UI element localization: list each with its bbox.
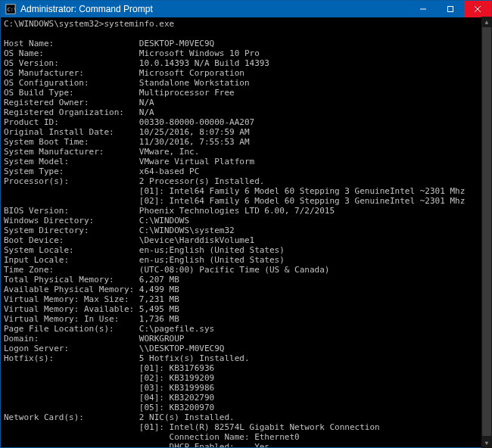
- terminal-line: Windows Directory: C:\WINDOWS: [4, 216, 488, 226]
- terminal-line: Input Locale: en-us;English (United Stat…: [4, 255, 488, 265]
- terminal-line: C:\WINDOWS\system32>systeminfo.exe: [4, 19, 488, 29]
- terminal-line: [05]: KB3200970: [4, 403, 488, 412]
- terminal-line: Virtual Memory: Max Size: 7,231 MB: [4, 294, 488, 304]
- terminal-line: Connection Name: Ethernet0: [4, 432, 488, 442]
- terminal-line: Registered Owner: N/A: [4, 98, 488, 107]
- terminal-line: Network Card(s): 2 NIC(s) Installed.: [4, 412, 488, 422]
- terminal-line: Virtual Memory: In Use: 1,736 MB: [4, 314, 488, 324]
- terminal-line: Boot Device: \Device\HarddiskVolume1: [4, 235, 488, 245]
- terminal-line: System Locale: en-us;English (United Sta…: [4, 245, 488, 255]
- terminal-line: [04]: KB3202790: [4, 393, 488, 403]
- terminal-line: OS Configuration: Standalone Workstation: [4, 78, 488, 88]
- terminal-line: Time Zone: (UTC-08:00) Pacific Time (US …: [4, 265, 488, 275]
- vertical-scrollbar[interactable]: ▲ ▼: [481, 17, 492, 448]
- terminal-line: Registered Organization: N/A: [4, 107, 488, 117]
- scrollbar-thumb[interactable]: [482, 27, 491, 436]
- terminal-line: DHCP Enabled: Yes: [4, 442, 488, 447]
- terminal-line: Domain: WORKGROUP: [4, 334, 488, 344]
- terminal-line: [03]: KB3199986: [4, 383, 488, 393]
- terminal-line: BIOS Version: Phoenix Technologies LTD 6…: [4, 206, 488, 216]
- minimize-button[interactable]: [409, 1, 437, 17]
- svg-rect-3: [448, 7, 453, 12]
- scroll-down-arrow-icon[interactable]: ▼: [481, 437, 492, 448]
- terminal-line: Page File Location(s): C:\pagefile.sys: [4, 324, 488, 334]
- terminal-line: Original Install Date: 10/25/2016, 8:07:…: [4, 127, 488, 137]
- terminal-line: Virtual Memory: Available: 5,495 MB: [4, 304, 488, 314]
- terminal-line: OS Build Type: Multiprocessor Free: [4, 88, 488, 98]
- terminal-output[interactable]: C:\WINDOWS\system32>systeminfo.exe Host …: [1, 17, 491, 447]
- terminal-line: Hotfix(s): 5 Hotfix(s) Installed.: [4, 353, 488, 363]
- terminal-line: OS Name: Microsoft Windows 10 Pro: [4, 48, 488, 58]
- terminal-line: [4, 29, 488, 39]
- terminal-line: Host Name: DESKTOP-M0VEC9Q: [4, 39, 488, 48]
- terminal-line: Product ID: 00330-80000-00000-AA207: [4, 117, 488, 127]
- terminal-line: [01]: Intel64 Family 6 Model 60 Stepping…: [4, 186, 488, 196]
- terminal-line: [02]: KB3199209: [4, 373, 488, 383]
- maximize-button[interactable]: [437, 1, 464, 17]
- terminal-line: Available Physical Memory: 4,499 MB: [4, 285, 488, 294]
- terminal-line: System Directory: C:\WINDOWS\system32: [4, 226, 488, 235]
- titlebar[interactable]: C:\ Administrator: Command Prompt: [1, 1, 491, 17]
- terminal-line: [01]: KB3176936: [4, 363, 488, 373]
- terminal-line: [02]: Intel64 Family 6 Model 60 Stepping…: [4, 196, 488, 206]
- scroll-up-arrow-icon[interactable]: ▲: [481, 17, 492, 27]
- cmd-icon: C:\: [5, 4, 16, 14]
- terminal-line: [01]: Intel(R) 82574L Gigabit Network Co…: [4, 422, 488, 432]
- terminal-line: System Model: VMware Virtual Platform: [4, 157, 488, 166]
- terminal-line: Processor(s): 2 Processor(s) Installed.: [4, 176, 488, 186]
- svg-text:C:\: C:\: [8, 7, 16, 13]
- terminal-line: Logon Server: \\DESKTOP-M0VEC9Q: [4, 344, 488, 353]
- terminal-line: System Type: x64-based PC: [4, 166, 488, 176]
- terminal-line: Total Physical Memory: 6,207 MB: [4, 275, 488, 285]
- close-button[interactable]: [464, 1, 491, 17]
- command-prompt-window: C:\ Administrator: Command Prompt C:\WIN…: [0, 0, 492, 448]
- window-title: Administrator: Command Prompt: [20, 4, 409, 14]
- terminal-line: System Manufacturer: VMware, Inc.: [4, 147, 488, 157]
- terminal-line: OS Version: 10.0.14393 N/A Build 14393: [4, 58, 488, 68]
- terminal-line: OS Manufacturer: Microsoft Corporation: [4, 68, 488, 78]
- window-controls: [409, 1, 491, 17]
- terminal-line: System Boot Time: 11/30/2016, 7:55:53 AM: [4, 137, 488, 147]
